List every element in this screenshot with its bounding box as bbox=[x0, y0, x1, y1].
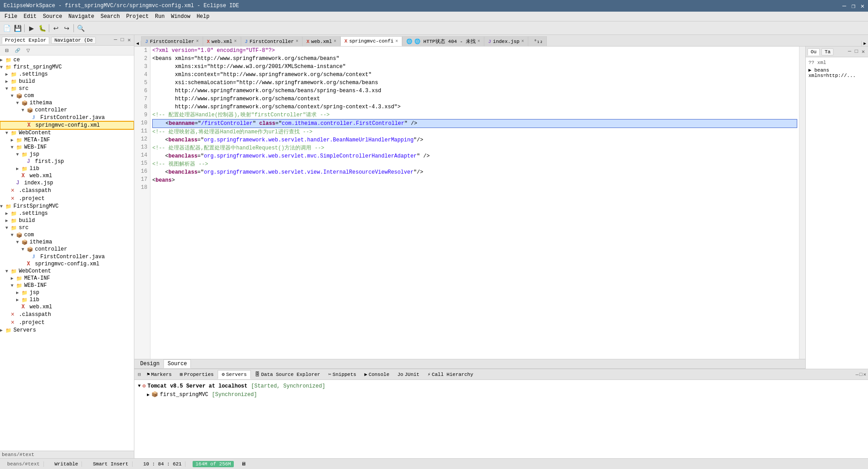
tree-item-springmvc-config2[interactable]: Xspringmvc-config.xml bbox=[0, 260, 134, 268]
bottom-panel-maximize[interactable]: □ bbox=[859, 372, 863, 377]
menu-item-window[interactable]: Window bbox=[168, 13, 193, 21]
tree-item-settings2[interactable]: ▶📁.settings bbox=[0, 210, 134, 217]
bottom-panel-minimize[interactable]: — bbox=[855, 372, 859, 377]
menu-item-file[interactable]: File bbox=[2, 13, 20, 21]
server-child-item[interactable]: ▶ 📦 first_springMVC [Synchronized] bbox=[138, 390, 864, 399]
bottom-tab-properties[interactable]: ⊞Properties bbox=[176, 370, 218, 379]
bottom-tab-console[interactable]: ▶Console bbox=[360, 370, 393, 379]
tree-item-lib1[interactable]: ▶📁lib bbox=[0, 165, 134, 172]
editor-tab-7[interactable]: °₁₂ bbox=[528, 36, 547, 46]
tree-item-indexjsp1[interactable]: Jindex.jsp bbox=[0, 179, 134, 187]
debug-btn[interactable]: 🐛 bbox=[37, 23, 47, 33]
tree-item-META-INF1[interactable]: ▶📁META-INF bbox=[0, 136, 134, 144]
tree-item-first_springMVC[interactable]: ▼📁first_springMVC bbox=[0, 64, 134, 71]
tab-close-5[interactable]: × bbox=[477, 39, 480, 44]
tree-item-jsp2[interactable]: ▶📁jsp bbox=[0, 289, 134, 296]
tree-item-ce[interactable]: ▶📁ce bbox=[0, 56, 134, 64]
search-toolbar-btn[interactable]: 🔍 bbox=[76, 23, 86, 33]
outline-beans-item[interactable]: ▶ beans xmlns=http://... bbox=[808, 66, 866, 79]
tree-item-build2[interactable]: ▶📁build bbox=[0, 217, 134, 224]
close-btn[interactable]: ✕ bbox=[861, 2, 864, 10]
panel-close-btn[interactable]: ✕ bbox=[126, 36, 132, 44]
editor-tab-6[interactable]: Jindex.jsp× bbox=[484, 36, 528, 46]
tab-close-3[interactable]: × bbox=[334, 39, 336, 44]
tree-item-controller1[interactable]: ▼📦controller bbox=[0, 107, 134, 114]
menu-item-edit[interactable]: Edit bbox=[21, 13, 39, 21]
tree-item-settings1[interactable]: ▶📁.settings bbox=[0, 71, 134, 78]
tab-close-1[interactable]: × bbox=[234, 39, 237, 44]
editor-area[interactable]: 123456789101112131415161718 <?xml versio… bbox=[134, 47, 805, 359]
tree-item-classpath1[interactable]: ×.classpath bbox=[0, 187, 134, 195]
tab-navigator[interactable]: Navigator (De bbox=[51, 37, 96, 44]
bottom-tab-markers[interactable]: ⚑Markers bbox=[143, 370, 176, 379]
bottom-panel-close[interactable]: ✕ bbox=[863, 371, 866, 377]
tree-item-com2[interactable]: ▼📦com bbox=[0, 231, 134, 239]
tab-outline[interactable]: Ou bbox=[808, 48, 820, 55]
tree-item-WebContent2[interactable]: ▼📁WebContent bbox=[0, 268, 134, 275]
panel-maximize-btn[interactable]: □ bbox=[120, 36, 125, 44]
editor-scrollbar[interactable] bbox=[799, 47, 805, 359]
tree-item-META-INF2[interactable]: ▶📁META-INF bbox=[0, 275, 134, 282]
bottom-tab-call-hierarchy[interactable]: ⚡Call Hierarchy bbox=[423, 370, 477, 379]
window-controls[interactable]: — ❐ ✕ bbox=[842, 2, 864, 10]
link-editor-btn[interactable]: 🔗 bbox=[13, 46, 22, 55]
tree-item-com1[interactable]: ▼📦com bbox=[0, 92, 134, 99]
tab-close-2[interactable]: × bbox=[296, 39, 298, 44]
tree-item-classpath2[interactable]: ×.classpath bbox=[0, 311, 134, 319]
code-area[interactable]: <?xml version="1.0" encoding="UTF-8"?><b… bbox=[150, 47, 799, 359]
tab-tasks[interactable]: Ta bbox=[821, 48, 834, 55]
tree-item-jsp1[interactable]: ▼📁jsp bbox=[0, 151, 134, 158]
new-btn[interactable]: 📄 bbox=[2, 23, 12, 33]
editor-tab-4[interactable]: Xspringmvc-confi× bbox=[340, 36, 402, 46]
tree-item-webxml1[interactable]: Xweb.xml bbox=[0, 172, 134, 179]
tree-item-WEB-INF2[interactable]: ▼📁WEB-INF bbox=[0, 282, 134, 289]
tree-item-firstjsp1[interactable]: Jfirst.jsp bbox=[0, 158, 134, 165]
editor-tabs-scroll-right[interactable]: ▶ bbox=[864, 41, 866, 46]
tree-item-project2[interactable]: ×.project bbox=[0, 319, 134, 327]
tree-item-src1[interactable]: ▼📁src bbox=[0, 85, 134, 92]
tree-item-Servers[interactable]: ▶📁Servers bbox=[0, 327, 134, 334]
tab-close-0[interactable]: × bbox=[196, 39, 199, 44]
run-btn[interactable]: ▶ bbox=[26, 23, 36, 33]
tree-item-project1[interactable]: ×.project bbox=[0, 195, 134, 203]
design-tab[interactable]: Design bbox=[136, 359, 163, 368]
maximize-btn[interactable]: ❐ bbox=[851, 2, 855, 10]
tree-item-WEB-INF1[interactable]: ▼📁WEB-INF bbox=[0, 144, 134, 151]
server-item[interactable]: ▼ ⚙ Tomcat v8.5 Server at localhost [Sta… bbox=[138, 382, 864, 390]
source-tab[interactable]: Source bbox=[163, 359, 191, 368]
menu-item-navigate[interactable]: Navigate bbox=[66, 13, 97, 21]
editor-tab-0[interactable]: JFirstController× bbox=[141, 36, 203, 46]
tab-project-explorer[interactable]: Project Explor bbox=[2, 37, 49, 44]
tree-filter-btn[interactable]: ▽ bbox=[23, 46, 33, 55]
right-panel-close-btn[interactable]: ✕ bbox=[860, 48, 866, 55]
tree-item-build1[interactable]: ▶📁build bbox=[0, 78, 134, 85]
right-panel-min-btn[interactable]: — bbox=[847, 48, 852, 55]
save-btn[interactable]: 💾 bbox=[13, 23, 22, 33]
bottom-tab-data-source-explorer[interactable]: 🗄Data Source Explorer bbox=[251, 370, 324, 379]
tree-item-FirstController1[interactable]: JFirstController.java bbox=[0, 114, 134, 121]
tree-item-lib2[interactable]: ▶📁lib bbox=[0, 296, 134, 303]
tree-item-controller2[interactable]: ▼📦controller bbox=[0, 246, 134, 253]
tree-item-src2[interactable]: ▼📁src bbox=[0, 224, 134, 231]
redo-btn[interactable]: ↪ bbox=[62, 23, 72, 33]
tree-item-FirstController2[interactable]: JFirstController.java bbox=[0, 253, 134, 260]
editor-tab-2[interactable]: JFirstController× bbox=[241, 36, 303, 46]
editor-tab-1[interactable]: Xweb.xml× bbox=[203, 36, 241, 46]
tab-close-4[interactable]: × bbox=[395, 39, 398, 44]
tab-close-6[interactable]: × bbox=[521, 39, 524, 44]
editor-tabs-scroll-left[interactable]: ◀ bbox=[136, 41, 139, 46]
bottom-tab-servers[interactable]: ⚙Servers bbox=[218, 370, 251, 379]
menu-item-help[interactable]: Help bbox=[194, 13, 212, 21]
menu-item-project[interactable]: Project bbox=[124, 13, 151, 21]
tree-item-webxml2[interactable]: Xweb.xml bbox=[0, 303, 134, 311]
tree-item-WebContent1[interactable]: ▼📁WebContent bbox=[0, 129, 134, 136]
menu-item-search[interactable]: Search bbox=[98, 13, 122, 21]
bottom-tab-snippets[interactable]: ✂Snippets bbox=[324, 370, 360, 379]
right-panel-max-btn[interactable]: □ bbox=[854, 48, 859, 55]
tree-item-springmvc-config1[interactable]: Xspringmvc-config.xml bbox=[0, 121, 134, 129]
menu-item-source[interactable]: Source bbox=[40, 13, 65, 21]
tree-item-FirstSpringMVC[interactable]: ▼📁FirstSpringMVC bbox=[0, 203, 134, 210]
bottom-tab-junit[interactable]: JoJUnit bbox=[393, 370, 423, 379]
collapse-all-btn[interactable]: ⊟ bbox=[2, 46, 12, 55]
editor-tab-5[interactable]: 🌐🌐 HTTP状态 404 - 未找× bbox=[402, 36, 484, 46]
